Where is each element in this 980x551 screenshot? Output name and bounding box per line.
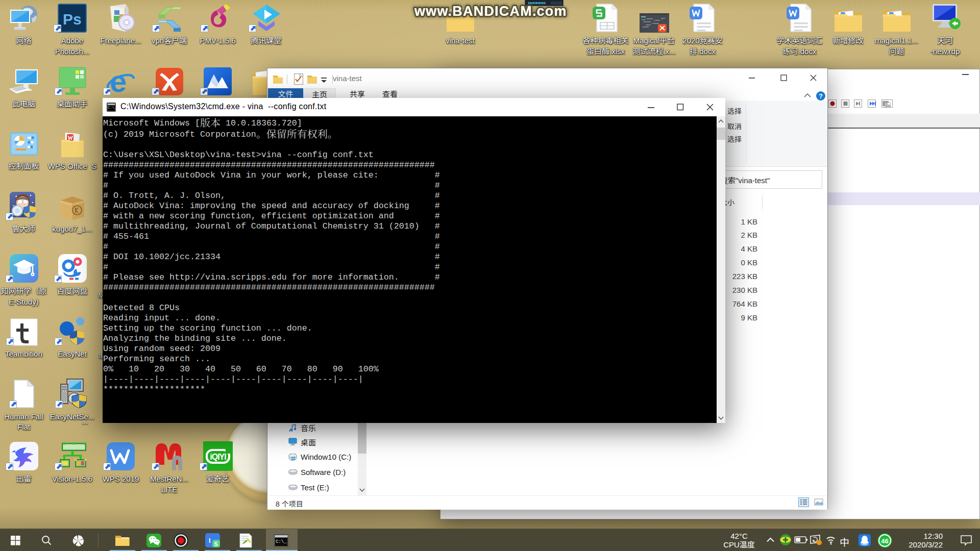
svg-text:C:\_: C:\_ (276, 539, 287, 544)
svg-text:iQIYI: iQIYI (210, 453, 226, 461)
svg-text:Ps: Ps (63, 11, 82, 28)
svg-text:www.BANDICAM.com: www.BANDICAM.com (414, 4, 567, 19)
svg-text:46: 46 (881, 537, 888, 545)
svg-text:?: ? (819, 92, 823, 100)
svg-text:S: S (214, 541, 218, 547)
svg-text:I: I (209, 537, 211, 544)
svg-text:C:\_: C:\_ (108, 106, 116, 110)
